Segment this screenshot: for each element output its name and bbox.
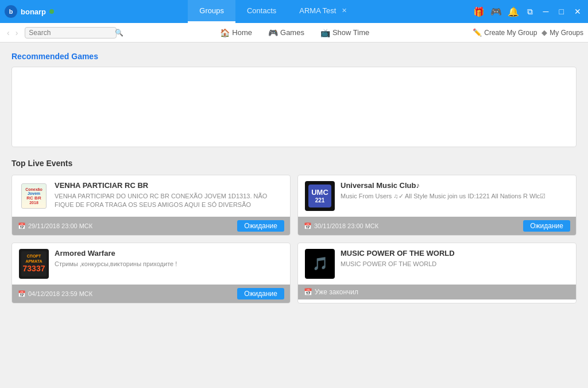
online-status: [49, 9, 54, 14]
event-card-umc: UMC 221 Universal Music Club♪ Music From…: [297, 175, 577, 236]
bell-icon[interactable]: 🔔: [508, 6, 519, 17]
event-card-aw: СПОРТ АРМАТА 73337 Armored Warfare Стрим…: [11, 243, 291, 304]
event-desc: VENHA PARTICIPAR DO UNICO RC BR CONEXÃO …: [55, 192, 283, 210]
showtime-icon: 📺: [320, 28, 330, 37]
events-grid: Conexão Jovem RC BR 2018 VENHA PARTICIAR…: [11, 175, 577, 304]
tab-groups[interactable]: Groups: [188, 0, 235, 23]
username: bonarp: [21, 7, 46, 16]
event-info: Armored Warfare Стримы ,конкурсы,виктори…: [55, 249, 283, 268]
event-footer: 📅 Уже закончил: [298, 285, 576, 299]
forward-button[interactable]: ›: [13, 27, 21, 39]
event-thumb-umc: UMC 221: [305, 181, 335, 211]
nav-actions: ✏️ Create My Group ◆ My Groups: [473, 28, 583, 37]
event-name: Universal Music Club♪: [341, 181, 569, 190]
event-top: Conexão Jovem RC BR 2018 VENHA PARTICIAR…: [12, 175, 290, 217]
recommended-title: Recommended Games: [11, 52, 577, 61]
event-date: 📅 29/11/2018 23:00 МСК: [18, 222, 92, 230]
gift-icon[interactable]: 🎁: [473, 6, 485, 17]
waiting-button[interactable]: Ожидание: [237, 220, 284, 232]
event-thumb-rc: Conexão Jovem RC BR 2018: [19, 181, 49, 211]
restore-button[interactable]: ⧉: [525, 6, 535, 18]
event-desc: Стримы ,конкурсы,викторины приходите !: [55, 260, 283, 268]
event-info: MUSIC POWER OF THE WORLD MUSIC POWER OF …: [341, 249, 569, 268]
top-live-title: Top Live Events: [11, 159, 577, 168]
nav-arrows: ‹ ›: [5, 27, 20, 39]
window-controls: 🎁 🎮 🔔 ⧉ ─ □ ✕: [473, 6, 583, 18]
event-info: Universal Music Club♪ Music From Users ♫…: [341, 181, 569, 201]
nav-showtime[interactable]: 📺 Show Time: [314, 26, 376, 40]
games-icon: 🎮: [268, 28, 278, 37]
event-thumb-music: 🎵: [305, 249, 335, 279]
nav-links: 🏠 Home 🎮 Games 📺 Show Time: [121, 26, 468, 40]
event-footer: 📅 30/11/2018 23:00 МСК Ожидание: [298, 217, 576, 235]
event-top: 🎵 MUSIC POWER OF THE WORLD MUSIC POWER O…: [298, 243, 576, 285]
my-groups-button[interactable]: ◆ My Groups: [541, 28, 583, 37]
waiting-button[interactable]: Ожидание: [237, 288, 284, 299]
ended-text: 📅 Уже закончил: [304, 288, 358, 296]
search-input[interactable]: [29, 29, 115, 37]
navbar: ‹ › 🔍 🏠 Home 🎮 Games 📺 Show Time ✏️ Crea…: [0, 23, 588, 43]
home-icon: 🏠: [220, 28, 230, 37]
create-group-icon: ✏️: [473, 28, 482, 37]
recommended-games-box: [11, 67, 577, 147]
event-info: VENHA PARTICIAR RC BR VENHA PARTICIPAR D…: [55, 181, 283, 210]
event-thumb-aw: СПОРТ АРМАТА 73337: [19, 249, 49, 279]
event-card-rc-br: Conexão Jovem RC BR 2018 VENHA PARTICIAR…: [11, 175, 291, 236]
user-section: b bonarp: [5, 5, 74, 18]
close-tab-icon[interactable]: ✕: [342, 7, 347, 14]
event-name: Armored Warfare: [55, 249, 283, 258]
event-footer: 📅 29/11/2018 23:00 МСК Ожидание: [12, 217, 290, 235]
main-content: Recommended Games Top Live Events Conexã…: [0, 43, 588, 388]
event-name: VENHA PARTICIAR RC BR: [55, 181, 283, 190]
tab-contacts[interactable]: Contacts: [235, 0, 288, 23]
waiting-button[interactable]: Ожидание: [523, 220, 570, 232]
avatar: b: [5, 5, 17, 18]
tabs-container: Groups Contacts ARMA Test ✕: [74, 0, 473, 23]
calendar-icon: 📅: [18, 290, 26, 298]
maximize-button[interactable]: □: [557, 6, 566, 17]
event-desc: MUSIC POWER OF THE WORLD: [341, 260, 569, 268]
event-date: 📅 04/12/2018 23:59 МСК: [18, 290, 92, 298]
calendar-icon: 📅: [304, 288, 312, 296]
tab-arma-test[interactable]: ARMA Test ✕: [288, 0, 358, 23]
my-groups-icon: ◆: [541, 28, 547, 37]
calendar-icon: 📅: [304, 222, 312, 230]
event-card-music: 🎵 MUSIC POWER OF THE WORLD MUSIC POWER O…: [297, 243, 577, 304]
calendar-icon: 📅: [18, 222, 26, 230]
close-button[interactable]: ✕: [572, 6, 583, 17]
gamepad-icon[interactable]: 🎮: [490, 6, 502, 17]
event-top: UMC 221 Universal Music Club♪ Music From…: [298, 175, 576, 217]
event-date: 📅 30/11/2018 23:00 МСК: [304, 222, 378, 230]
nav-home[interactable]: 🏠 Home: [213, 26, 259, 40]
event-top: СПОРТ АРМАТА 73337 Armored Warfare Стрим…: [12, 243, 290, 285]
back-button[interactable]: ‹: [5, 27, 12, 39]
nav-games[interactable]: 🎮 Games: [261, 26, 311, 40]
minimize-button[interactable]: ─: [541, 6, 551, 17]
event-name: MUSIC POWER OF THE WORLD: [341, 249, 569, 258]
create-my-group-button[interactable]: ✏️ Create My Group: [473, 28, 537, 37]
event-footer: 📅 04/12/2018 23:59 МСК Ожидание: [12, 285, 290, 303]
search-box[interactable]: 🔍: [25, 27, 117, 39]
event-desc: Music From Users ♫✓ All Style Music join…: [341, 192, 569, 201]
titlebar: b bonarp Groups Contacts ARMA Test ✕ 🎁 🎮…: [0, 0, 588, 23]
